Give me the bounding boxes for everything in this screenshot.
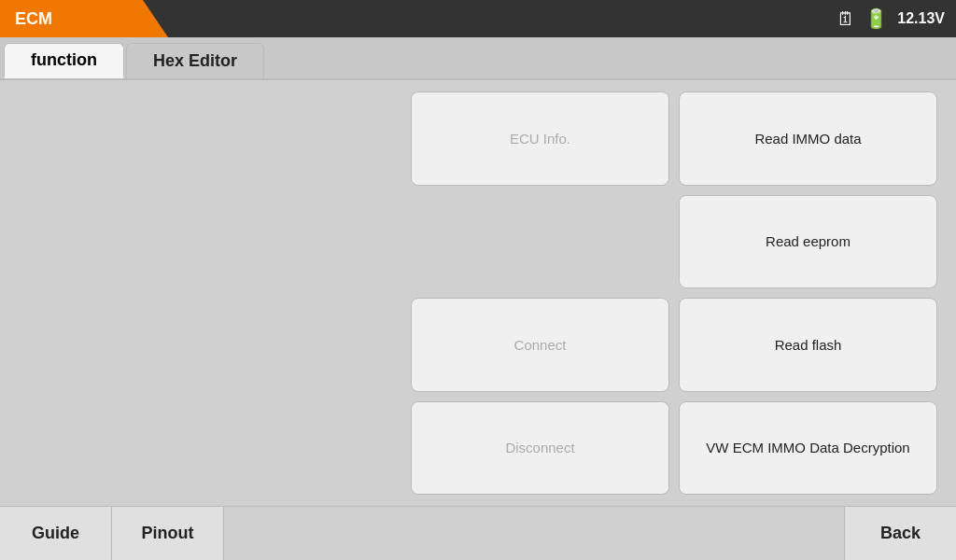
tab-function[interactable]: function — [4, 43, 124, 78]
ecu-info-button[interactable]: ECU Info. — [411, 91, 669, 186]
disconnect-button[interactable]: Disconnect — [411, 401, 669, 496]
bottom-bar: Guide Pinout Back — [0, 506, 956, 560]
back-button[interactable]: Back — [844, 507, 956, 560]
title-badge: ECM — [0, 0, 168, 37]
guide-button[interactable]: Guide — [0, 507, 112, 560]
ecm-title: ECM — [15, 9, 52, 29]
pinout-button[interactable]: Pinout — [112, 507, 224, 560]
status-area: 🗓 🔋 12.13V — [836, 7, 945, 30]
calendar-icon: 🗓 — [836, 8, 855, 30]
battery-icon: 🔋 — [865, 7, 888, 30]
read-immo-button[interactable]: Read IMMO data — [679, 91, 937, 186]
empty-cell-1 — [411, 195, 669, 289]
button-grid: ECU Info. Read IMMO data Read eeprom Con… — [392, 80, 956, 506]
read-flash-button[interactable]: Read flash — [679, 298, 937, 392]
connect-button[interactable]: Connect — [411, 298, 669, 392]
top-bar: ECM 🗓 🔋 12.13V — [0, 0, 956, 37]
main-content: ECU Info. Read IMMO data Read eeprom Con… — [0, 80, 956, 506]
vw-ecm-button[interactable]: VW ECM IMMO Data Decryption — [679, 401, 937, 496]
tab-hex-editor[interactable]: Hex Editor — [126, 43, 264, 78]
voltage-display: 12.13V — [897, 10, 945, 27]
left-panel — [0, 80, 392, 506]
read-eeprom-button[interactable]: Read eeprom — [679, 195, 937, 289]
tab-bar: function Hex Editor — [0, 37, 956, 80]
